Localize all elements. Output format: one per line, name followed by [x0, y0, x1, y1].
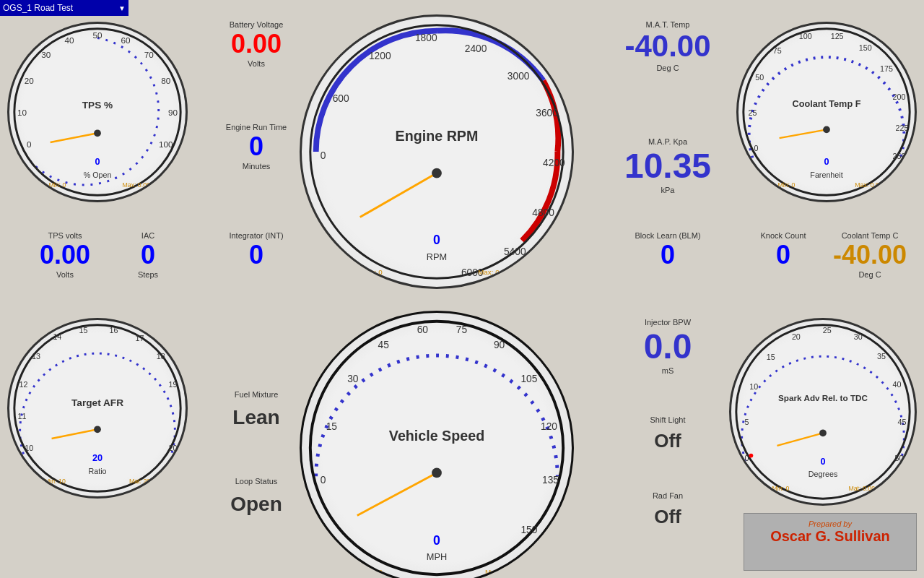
fuel-mixture-value: Lean — [209, 406, 303, 429]
svg-text:0: 0 — [27, 139, 32, 149]
fuel-mixture-label: Fuel Mixture — [209, 390, 303, 399]
svg-text:MPH: MPH — [427, 552, 447, 563]
block-learn-value: 0 — [621, 240, 715, 270]
injector-bpw-label: Injector BPW — [621, 318, 715, 327]
svg-text:18: 18 — [157, 352, 165, 361]
svg-text:Mat: 0.00: Mat: 0.00 — [848, 485, 875, 492]
svg-text:Max: 0.00: Max: 0.00 — [478, 268, 510, 276]
svg-text:15: 15 — [767, 353, 775, 361]
coolant-temp-f-gauge: 0 25 50 75 100 125 150 175 200 225 250 C… — [736, 22, 917, 202]
svg-text:5400: 5400 — [504, 246, 526, 257]
svg-text:RPM: RPM — [427, 251, 447, 262]
svg-point-108 — [749, 454, 753, 458]
svg-text:40: 40 — [893, 380, 902, 389]
svg-text:11: 11 — [18, 412, 27, 420]
injector-bpw-value: 0.0 — [621, 327, 715, 366]
svg-line-69 — [52, 429, 97, 439]
svg-line-107 — [777, 433, 824, 446]
svg-text:Min: 0: Min: 0 — [772, 485, 789, 492]
iac-box: IAC 0 Steps — [112, 231, 184, 279]
svg-text:105: 105 — [520, 374, 537, 384]
svg-point-89 — [432, 468, 442, 478]
svg-point-13 — [94, 129, 101, 137]
coolant-temp-c-unit: Deg C — [823, 270, 917, 279]
svg-point-51 — [823, 126, 830, 134]
svg-text:17: 17 — [136, 334, 144, 342]
svg-text:0: 0 — [433, 533, 440, 548]
iac-unit: Steps — [112, 270, 184, 279]
shift-light-box: Shift Light Off — [628, 415, 707, 452]
svg-text:10: 10 — [25, 444, 33, 452]
svg-text:Mat: 20: Mat: 20 — [129, 478, 150, 485]
shift-light-label: Shift Light — [628, 415, 707, 424]
svg-text:30: 30 — [41, 50, 51, 59]
svg-text:45: 45 — [378, 340, 390, 350]
iac-value: 0 — [112, 240, 184, 270]
svg-text:20: 20 — [25, 76, 35, 85]
svg-line-12 — [51, 133, 97, 142]
tps-volts-value: 0.00 — [22, 240, 108, 270]
svg-text:12: 12 — [19, 380, 28, 389]
mat-temp-unit: Deg C — [621, 64, 715, 72]
svg-text:% Open: % Open — [84, 171, 112, 179]
map-kpa-unit: kPa — [621, 186, 715, 194]
engine-run-time-unit: Minutes — [209, 162, 303, 171]
integrator-label: Integrator (INT) — [209, 231, 303, 240]
svg-text:15: 15 — [326, 421, 338, 432]
svg-text:100: 100 — [159, 139, 173, 149]
engine-run-time-box: Engine Run Time 0 Minutes — [209, 123, 303, 171]
svg-text:Spark Adv Rel. to TDC: Spark Adv Rel. to TDC — [778, 393, 868, 402]
svg-point-70 — [94, 426, 101, 433]
svg-text:20: 20 — [168, 444, 177, 452]
mat-temp-label: M.A.T. Temp — [621, 20, 715, 29]
svg-text:0: 0 — [321, 150, 326, 161]
battery-voltage-value: 0.00 — [209, 29, 303, 59]
svg-point-32 — [432, 168, 442, 178]
tps-volts-unit: Volts — [22, 270, 108, 279]
fuel-mixture-box: Fuel Mixture Lean — [209, 390, 303, 429]
title-bar: OGS_1 Road Test ▼ — [0, 0, 128, 16]
knock-count-box: Knock Count 0 — [736, 231, 830, 270]
svg-text:1800: 1800 — [415, 33, 437, 43]
rad-fan-label: Rad Fan — [628, 491, 707, 500]
svg-text:Max: 0.00: Max: 0.00 — [122, 181, 150, 189]
svg-text:600: 600 — [333, 93, 349, 104]
dropdown-arrow[interactable]: ▼ — [118, 4, 126, 12]
rad-fan-value: Off — [628, 506, 707, 528]
mat-temp-box: M.A.T. Temp -40.00 Deg C — [621, 20, 715, 72]
svg-text:100: 100 — [799, 32, 812, 40]
map-kpa-box: M.A.P. Kpa 10.35 kPa — [621, 137, 715, 194]
svg-text:70: 70 — [144, 50, 154, 59]
svg-text:19: 19 — [168, 380, 177, 389]
svg-text:Min: 0: Min: 0 — [363, 568, 383, 576]
svg-line-88 — [357, 473, 437, 515]
title-text: OGS_1 Road Test — [3, 3, 73, 13]
target-afr-gauge: 10 11 12 13 14 15 16 17 18 19 20 Target … — [7, 318, 188, 499]
loop-status-box: Loop Status Open — [209, 477, 303, 516]
engine-run-time-label: Engine Run Time — [209, 123, 303, 131]
svg-text:Vehicle Speed: Vehicle Speed — [389, 428, 484, 444]
svg-text:60: 60 — [417, 324, 429, 335]
svg-text:40: 40 — [64, 35, 74, 45]
svg-text:13: 13 — [32, 352, 40, 361]
engine-rpm-gauge: 0 600 1200 1800 2400 3000 3600 4200 4800… — [300, 14, 574, 289]
svg-text:2400: 2400 — [465, 43, 487, 54]
svg-text:135: 135 — [542, 475, 559, 486]
knock-count-value: 0 — [736, 240, 830, 270]
svg-text:0: 0 — [321, 475, 326, 486]
prepared-by-box: Prepared by Oscar G. Sullivan — [744, 513, 917, 571]
svg-text:Degrees: Degrees — [808, 470, 838, 478]
svg-text:4800: 4800 — [532, 207, 554, 218]
prepared-by-label: Prepared by — [750, 519, 910, 528]
battery-voltage-label: Battery Voltage — [209, 20, 303, 29]
svg-line-50 — [780, 129, 827, 138]
svg-text:125: 125 — [831, 32, 844, 40]
shift-light-value: Off — [628, 430, 707, 452]
coolant-temp-c-box: Coolant Temp C -40.00 Deg C — [823, 231, 917, 279]
svg-text:80: 80 — [161, 76, 171, 85]
svg-text:200: 200 — [893, 92, 906, 101]
svg-text:1200: 1200 — [369, 51, 391, 61]
iac-label: IAC — [112, 231, 184, 240]
coolant-temp-c-label: Coolant Temp C — [823, 231, 917, 240]
svg-text:150: 150 — [520, 525, 537, 535]
